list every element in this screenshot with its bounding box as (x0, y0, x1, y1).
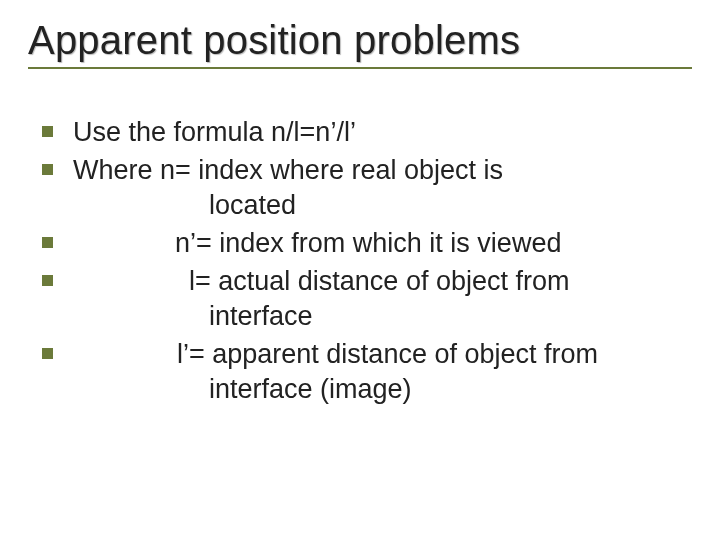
list-item: l’= apparent distance of object from int… (28, 337, 692, 408)
list-item: l= actual distance of object from interf… (28, 264, 692, 335)
title-block: Apparent position problems (28, 18, 692, 69)
bullet-icon (42, 126, 53, 137)
list-item-line1: Where n= index where real object is (73, 155, 503, 185)
list-item: Use the formula n/l=n’/l’ (28, 115, 692, 151)
list-item-text: l’= apparent distance of object from int… (73, 337, 692, 408)
list-item-text: n’= index from which it is viewed (73, 226, 692, 262)
bullet-icon (42, 237, 53, 248)
list-item: n’= index from which it is viewed (28, 226, 692, 262)
slide: Apparent position problems Use the formu… (0, 0, 720, 540)
list-item-text: Where n= index where real object is loca… (73, 153, 692, 224)
list-item-line1: l= actual distance of object from (73, 266, 569, 296)
bullet-icon (42, 348, 53, 359)
list-item-line2: interface (image) (73, 374, 412, 404)
list-item-text: l= actual distance of object from interf… (73, 264, 692, 335)
list-item-text: Use the formula n/l=n’/l’ (73, 115, 692, 151)
slide-body: Use the formula n/l=n’/l’ Where n= index… (28, 115, 692, 408)
bullet-icon (42, 275, 53, 286)
list-item: Where n= index where real object is loca… (28, 153, 692, 224)
slide-title: Apparent position problems (28, 18, 692, 63)
bullet-icon (42, 164, 53, 175)
list-item-line2: interface (73, 301, 313, 331)
list-item-line1: l’= apparent distance of object from (73, 339, 598, 369)
list-item-line1: n’= index from which it is viewed (73, 228, 561, 258)
list-item-line2: located (73, 190, 296, 220)
